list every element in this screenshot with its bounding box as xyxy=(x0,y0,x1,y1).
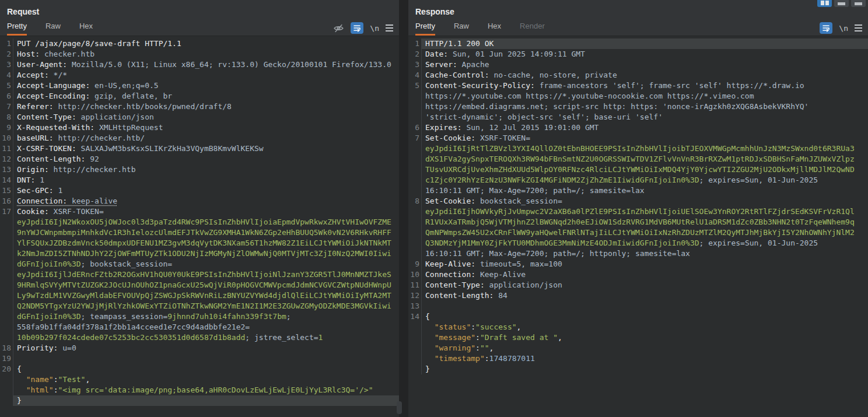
editor-row[interactable]: R1VUxXaTRmbjQ5WjVTMjhnZ2lBWGNqd2h0eEJiOW… xyxy=(408,217,868,227)
editor-row[interactable]: 11Content-Type: application/json xyxy=(408,280,868,290)
editor-row[interactable]: TUsvUXRCdjUveXhmZHdXUUd5WlpOY0RFNzc4Rlci… xyxy=(408,164,868,175)
editor-row[interactable]: 12Content-Length: 84 xyxy=(408,290,868,301)
editor-row[interactable]: 'strict-dynamic'; object-src 'self'; bas… xyxy=(408,112,868,122)
editor-row[interactable]: 3Server: Apache xyxy=(408,59,868,70)
editor-row[interactable]: "status":"success", xyxy=(408,322,868,332)
editor-row[interactable]: 20{ xyxy=(0,364,399,374)
editor-row[interactable]: 11X-CSRF-TOKEN: SALXAJwM3bsKsxSLIKrZkHa3… xyxy=(0,143,399,154)
editor-row[interactable]: https://embed.diagrams.net; script-src h… xyxy=(408,101,868,112)
editor-menu-icon[interactable] xyxy=(386,24,393,31)
editor-row[interactable]: "timestamp":1748787011 xyxy=(408,353,868,364)
editor-row[interactable]: } xyxy=(0,395,399,406)
editor-row[interactable]: 8Set-Cookie: bookstack_session= xyxy=(408,196,868,206)
editor-row[interactable]: 9HRmlqSVYyMTVtZUZGK2JOcUJnOUhOZ1pnaGcxU2… xyxy=(0,280,399,290)
line-number xyxy=(408,143,422,154)
editor-row[interactable]: 5Content-Security-Policy: frame-ancestor… xyxy=(408,80,868,91)
editor-row[interactable]: k2NmJmZDI5ZTNhNDJhY2ZjOWFmMTUyZTk1ODU2Nj… xyxy=(0,248,399,259)
editor-row[interactable]: 3User-Agent: Mozilla/5.0 (X11; Linux x86… xyxy=(0,59,399,70)
editor-row[interactable]: 6Accept-Encoding: gzip, deflate, br xyxy=(0,91,399,101)
tab-pretty[interactable]: Pretty xyxy=(7,21,27,36)
hide-nonprintable-eye-icon[interactable] xyxy=(333,23,344,34)
editor-row[interactable]: Q3NDMzYjM1MmY0ZjFkYTU0MDhmOGE3MmNiMzE4OD… xyxy=(408,238,868,248)
editor-row[interactable]: 558fa9b1ffa04df378a1f2bb1a4cceed1e7cc9d4… xyxy=(0,322,399,332)
editor-row[interactable]: 1HTTP/1.1 200 OK xyxy=(408,38,868,49)
editor-row[interactable]: 13Origin: http://checker.htb xyxy=(0,164,399,175)
editor-row[interactable]: "warning":"", xyxy=(408,343,868,353)
editor-row[interactable]: 14DNT: 1 xyxy=(0,175,399,185)
editor-row[interactable]: 9X-Requested-With: XMLHttpRequest xyxy=(0,122,399,133)
editor-row[interactable]: c1Zjc0Y2RhYzEzNzU3NWFkZGI4MGFiNDM2ZjZhZm… xyxy=(408,175,868,185)
line-number: 7 xyxy=(408,133,422,143)
editor-row[interactable]: 1PUT /ajax/page/8/save-draft HTTP/1.1 xyxy=(0,38,399,49)
editor-row[interactable]: eyJpdiI6IjN2WkoxOU5jOWJoc0l3d3paTzd4RWc9… xyxy=(0,217,399,227)
tab-hex[interactable]: Hex xyxy=(488,21,501,36)
line-number: 3 xyxy=(0,59,13,70)
line-number xyxy=(0,332,13,343)
editor-row[interactable]: https://*.youtube.com https://*.youtube-… xyxy=(408,91,868,101)
editor-row[interactable]: dGFnIjoiIn0%3D; bookstack_session= xyxy=(0,259,399,269)
editor-row[interactable]: 9nYWJCWnpmbmpiMnhkdVc1R3hIelozcUlmdEFJTk… xyxy=(0,227,399,238)
layout-split-columns-button[interactable] xyxy=(817,0,832,7)
layout-split-rows-button[interactable] xyxy=(834,0,849,7)
line-number: 4 xyxy=(0,70,13,80)
line-number: 6 xyxy=(0,91,13,101)
editor-row[interactable]: 7Set-Cookie: XSRF-TOKEN= xyxy=(408,133,868,143)
editor-row[interactable]: 6Expires: Sun, 12 Jul 2015 19:01:00 GMT xyxy=(408,122,868,133)
response-editor[interactable]: 1HTTP/1.1 200 OK2Date: Sun, 01 Jun 2025 … xyxy=(408,36,868,417)
editor-row[interactable]: 10Connection: Keep-Alive xyxy=(408,269,868,280)
line-number: 11 xyxy=(408,280,422,290)
editor-row[interactable]: 13 xyxy=(408,301,868,311)
tab-hex[interactable]: Hex xyxy=(79,21,93,36)
prettify-toggle-icon[interactable] xyxy=(820,22,832,34)
editor-row[interactable]: 15Sec-GPC: 1 xyxy=(0,185,399,196)
editor-row[interactable]: 4Cache-Control: no-cache, no-store, priv… xyxy=(408,70,868,80)
editor-row[interactable]: 5Accept-Language: en-US,en;q=0.5 xyxy=(0,80,399,91)
request-editor[interactable]: 1PUT /ajax/page/8/save-draft HTTP/1.12Ho… xyxy=(0,36,399,417)
line-number: 8 xyxy=(0,112,13,122)
editor-row[interactable]: 8Content-Type: application/json xyxy=(0,112,399,122)
editor-row[interactable]: 2Date: Sun, 01 Jun 2025 14:09:11 GMT xyxy=(408,49,868,59)
layout-single-pane-button[interactable] xyxy=(851,0,866,7)
editor-row[interactable]: 17Cookie: XSRF-TOKEN= xyxy=(0,206,399,217)
newline-toggle-icon[interactable]: \n xyxy=(839,24,848,33)
editor-row[interactable]: "html":"<img src='data:image/png;base64,… xyxy=(0,385,399,395)
editor-row[interactable]: 9Keep-Alive: timeout=5, max=100 xyxy=(408,259,868,269)
editor-row[interactable]: 16:10:11 GMT; Max-Age=7200; path=/; same… xyxy=(408,185,868,196)
prettify-toggle-icon[interactable] xyxy=(351,22,363,34)
editor-row[interactable]: 2Host: checker.htb xyxy=(0,49,399,59)
editor-row[interactable]: Ly9wTzdLM1VVZGwyMldabEFVOUVpQjZSWGJpSkRW… xyxy=(0,290,399,301)
editor-row[interactable]: YlFSQUxJZDBzdmVnck50dmpxUDFENU1MZ3gvM3dq… xyxy=(0,238,399,248)
editor-row[interactable]: 10b09b297f024cdede07c5253bc2cc530351d0d6… xyxy=(0,332,399,343)
editor-row[interactable]: 10baseURL: http://checker.htb/ xyxy=(0,133,399,143)
editor-row[interactable]: dXS1FVa2gySnpxTEROQXh3RW94bFBnSmtNZ2U0OG… xyxy=(408,154,868,164)
tab-raw[interactable]: Raw xyxy=(46,21,61,36)
editor-row[interactable]: dGFnIjoiIn0%3D; teampass_session=9jhnnd7… xyxy=(0,311,399,322)
editor-menu-icon[interactable] xyxy=(855,24,862,31)
line-number: 4 xyxy=(408,70,422,80)
editor-row[interactable]: 12Content-Length: 92 xyxy=(0,154,399,164)
editor-row[interactable]: "name":"Test", xyxy=(0,374,399,385)
editor-row[interactable]: 16Connection: keep-alive xyxy=(0,196,399,206)
editor-row[interactable]: 18Priority: u=0 xyxy=(0,343,399,353)
editor-row[interactable]: "message":"Draft saved at ", xyxy=(408,332,868,343)
editor-row[interactable]: } xyxy=(408,364,868,374)
panel-splitter-grip[interactable] xyxy=(397,401,402,414)
editor-row[interactable]: eyJpdiI6IjlJdERncFZtb2R2OGxHV1hQU0Y0UkE9… xyxy=(0,269,399,280)
layout-buttons xyxy=(817,0,866,7)
editor-row[interactable]: 7Referer: http://checker.htb/books/pwned… xyxy=(0,101,399,112)
editor-row[interactable]: eyJpdiI6IjhOWVkyRjJvUmpwc2V2aXB6a0lPZlE9… xyxy=(408,206,868,217)
editor-row[interactable]: 4Accept: */* xyxy=(0,70,399,80)
request-panel-title: Request xyxy=(7,7,39,16)
newline-toggle-icon[interactable]: \n xyxy=(370,24,379,33)
editor-row[interactable]: Q2NDM5YTgxYzU2YWJjMjRlYzhkOWExYTZiOTNhZT… xyxy=(0,301,399,311)
tab-pretty[interactable]: Pretty xyxy=(415,21,435,36)
editor-row[interactable]: 19 xyxy=(0,353,399,364)
editor-row[interactable]: eyJpdiI6IjRtTlZBVzl3YXI4QllOZ0tEbnBHOEE9… xyxy=(408,143,868,154)
editor-row[interactable]: 16:10:11 GMT; Max-Age=7200; path=/; http… xyxy=(408,248,868,259)
line-number: 12 xyxy=(0,154,13,164)
line-number xyxy=(408,332,422,343)
line-number: 13 xyxy=(0,164,13,175)
editor-row[interactable]: 14{ xyxy=(408,311,868,322)
tab-raw[interactable]: Raw xyxy=(454,21,469,36)
editor-row[interactable]: QmNPWmpsZW45U2xCRnFlWW9yaHQwelFNRlNTajIi… xyxy=(408,227,868,238)
